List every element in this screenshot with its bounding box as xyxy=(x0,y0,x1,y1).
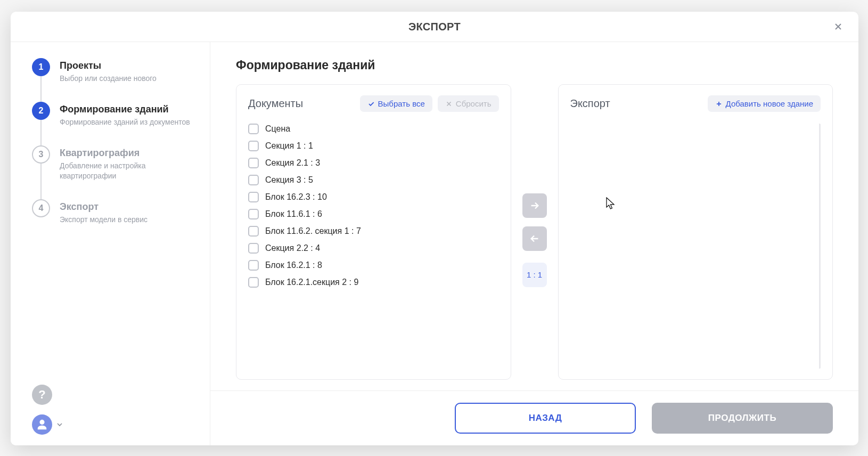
modal-footer: НАЗАД ПРОДОЛЖИТЬ xyxy=(210,390,858,445)
move-left-button[interactable] xyxy=(522,226,547,251)
item-label: Блок 16.2.1 : 8 xyxy=(265,260,322,270)
add-building-label: Добавить новое здание xyxy=(726,99,813,108)
checkbox[interactable] xyxy=(248,209,259,219)
select-all-label: Выбрать все xyxy=(378,99,425,108)
modal-body: 1 Проекты Выбор или создание нового 2 Фо… xyxy=(11,42,858,445)
back-button[interactable]: НАЗАД xyxy=(455,403,636,434)
plus-icon xyxy=(715,100,723,108)
sidebar-footer: ? xyxy=(32,374,195,435)
step-title: Формирование зданий xyxy=(60,104,190,115)
item-label: Блок 16.2.1.секция 2 : 9 xyxy=(265,278,358,287)
documents-title: Документы xyxy=(248,97,303,110)
step-export[interactable]: 4 Экспорт Экспорт модели в сервис xyxy=(32,199,195,225)
list-item[interactable]: Секция 2.1 : 3 xyxy=(248,158,496,168)
close-button[interactable] xyxy=(831,19,846,34)
checkbox[interactable] xyxy=(248,243,259,254)
export-pane: Экспорт Добавить новое здание xyxy=(558,84,833,380)
add-building-button[interactable]: Добавить новое здание xyxy=(708,95,821,112)
step-subtitle: Экспорт модели в сервис xyxy=(60,215,148,225)
step-buildings[interactable]: 2 Формирование зданий Формирование здани… xyxy=(32,102,195,145)
close-icon xyxy=(833,21,844,32)
modal-header: ЭКСПОРТ xyxy=(11,12,858,42)
list-item[interactable]: Блок 16.2.1.секция 2 : 9 xyxy=(248,277,496,288)
arrow-left-icon xyxy=(529,233,541,245)
checkbox[interactable] xyxy=(248,175,259,185)
item-label: Блок 11.6.2. секция 1 : 7 xyxy=(265,226,361,236)
step-subtitle: Формирование зданий из документов xyxy=(60,117,190,127)
list-item[interactable]: Секция 2.2 : 4 xyxy=(248,243,496,254)
checkbox[interactable] xyxy=(248,260,259,271)
export-modal: ЭКСПОРТ 1 Проекты Выбор или создание нов… xyxy=(11,12,858,445)
list-item[interactable]: Блок 11.6.1 : 6 xyxy=(248,209,496,219)
reset-label: Сбросить xyxy=(456,99,492,108)
documents-list: Сцена Секция 1 : 1 Секция 2.1 : 3 Секция… xyxy=(248,124,499,369)
help-button[interactable]: ? xyxy=(32,385,52,405)
main-content: Формирование зданий Документы Выбрать вс… xyxy=(210,42,858,445)
checkbox[interactable] xyxy=(248,158,259,168)
user-icon xyxy=(36,419,48,430)
step-apartments[interactable]: 3 Квартирография Добавление и настройка … xyxy=(32,145,195,199)
step-connector xyxy=(40,76,42,102)
user-menu[interactable] xyxy=(32,414,195,435)
item-label: Секция 2.1 : 3 xyxy=(265,158,320,168)
chevron-down-icon xyxy=(55,420,64,429)
step-connector xyxy=(40,164,42,199)
list-item[interactable]: Сцена xyxy=(248,124,496,134)
continue-button[interactable]: ПРОДОЛЖИТЬ xyxy=(652,403,833,434)
reset-button[interactable]: Сбросить xyxy=(438,95,499,112)
step-connector xyxy=(40,120,42,145)
item-label: Сцена xyxy=(265,124,290,134)
transfer-controls: 1 : 1 xyxy=(522,84,547,380)
checkbox[interactable] xyxy=(248,192,259,202)
page-title: Формирование зданий xyxy=(236,58,833,72)
checkbox[interactable] xyxy=(248,141,259,151)
arrow-right-icon xyxy=(529,200,541,211)
step-number: 3 xyxy=(32,145,50,164)
step-subtitle: Добавление и настройка квартирографии xyxy=(60,161,195,181)
list-item[interactable]: Блок 16.2.3 : 10 xyxy=(248,192,496,202)
documents-pane: Документы Выбрать все Сбросить xyxy=(236,84,511,380)
ratio-button[interactable]: 1 : 1 xyxy=(522,263,547,287)
step-projects[interactable]: 1 Проекты Выбор или создание нового xyxy=(32,58,195,102)
sidebar: 1 Проекты Выбор или создание нового 2 Фо… xyxy=(11,42,210,445)
panes-row: Документы Выбрать все Сбросить xyxy=(236,84,833,380)
step-number: 1 xyxy=(32,58,50,76)
content-area: Формирование зданий Документы Выбрать вс… xyxy=(210,42,858,390)
list-item[interactable]: Секция 3 : 5 xyxy=(248,175,496,185)
checkbox[interactable] xyxy=(248,277,259,288)
step-number: 4 xyxy=(32,199,50,217)
step-title: Квартирография xyxy=(60,148,195,159)
export-list xyxy=(570,124,821,369)
avatar xyxy=(32,414,52,435)
select-all-button[interactable]: Выбрать все xyxy=(360,95,432,112)
item-label: Секция 2.2 : 4 xyxy=(265,243,320,253)
list-item[interactable]: Секция 1 : 1 xyxy=(248,141,496,151)
step-subtitle: Выбор или создание нового xyxy=(60,74,157,84)
stepper: 1 Проекты Выбор или создание нового 2 Фо… xyxy=(32,58,195,374)
checkbox[interactable] xyxy=(248,124,259,134)
list-item[interactable]: Блок 11.6.2. секция 1 : 7 xyxy=(248,226,496,237)
step-title: Экспорт xyxy=(60,201,148,213)
move-right-button[interactable] xyxy=(522,193,547,218)
step-number: 2 xyxy=(32,102,50,120)
item-label: Секция 3 : 5 xyxy=(265,175,313,185)
check-icon xyxy=(367,100,375,108)
item-label: Блок 16.2.3 : 10 xyxy=(265,192,327,202)
export-title: Экспорт xyxy=(570,97,610,110)
item-label: Секция 1 : 1 xyxy=(265,141,313,151)
x-icon xyxy=(445,100,453,108)
list-item[interactable]: Блок 16.2.1 : 8 xyxy=(248,260,496,271)
item-label: Блок 11.6.1 : 6 xyxy=(265,209,322,219)
step-title: Проекты xyxy=(60,60,157,71)
modal-title: ЭКСПОРТ xyxy=(408,21,461,33)
checkbox[interactable] xyxy=(248,226,259,237)
